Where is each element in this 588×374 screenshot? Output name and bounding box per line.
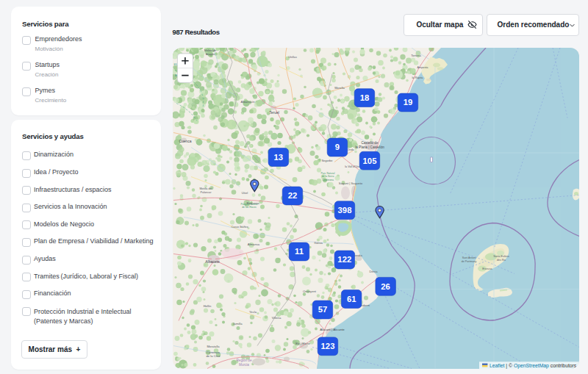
svg-text:Santa Eulària: Santa Eulària (493, 254, 509, 257)
svg-text:Utiel: Utiel (242, 190, 248, 194)
svg-text:de las Hoces: de las Hoces (242, 206, 257, 209)
svg-text:57: 57 (318, 305, 328, 314)
svg-text:Eivissa: Eivissa (482, 266, 492, 270)
svg-text:Morella: Morella (334, 85, 345, 89)
svg-text:9: 9 (335, 143, 340, 151)
svg-text:Sagunt | Sagunto: Sagunt | Sagunto (339, 181, 363, 184)
svg-text:Castelló de: Castelló de (362, 141, 379, 145)
svg-text:Albacete: Albacete (205, 259, 220, 263)
svg-text:Aragón: Aragón (206, 52, 215, 55)
svg-text:Cuenca: Cuenca (179, 138, 191, 143)
svg-text:Sant Antoni: Sant Antoni (462, 256, 476, 259)
svg-text:la Ràpita: la Ràpita (412, 76, 424, 79)
svg-text:Molina de: Molina de (204, 48, 216, 51)
svg-text:13: 13 (274, 152, 284, 161)
svg-text:Región de: Región de (237, 358, 252, 362)
svg-text:Casas Ibáñez: Casas Ibáñez (231, 225, 248, 228)
svg-text:22: 22 (288, 191, 298, 200)
svg-text:la Plana | Castellón: la Plana | Castellón (355, 145, 384, 149)
svg-text:de Portmany: de Portmany (462, 259, 477, 262)
svg-text:Moratalla: Moratalla (207, 344, 220, 348)
svg-text:Hellín: Hellín (204, 303, 212, 307)
svg-text:Teruel: Teruel (269, 109, 279, 114)
svg-text:Ontinyent: Ontinyent (303, 289, 317, 292)
svg-text:123: 123 (321, 342, 335, 350)
svg-text:19: 19 (404, 98, 413, 107)
svg-text:105: 105 (363, 156, 377, 165)
svg-text:122: 122 (337, 255, 351, 264)
svg-text:Yecla: Yecla (249, 309, 257, 313)
svg-text:Parque Natural: Parque Natural (241, 202, 258, 205)
svg-text:Palancar: Palancar (201, 190, 212, 193)
svg-text:Motilla del: Motilla del (199, 187, 212, 190)
svg-text:Amposta: Amposta (417, 65, 429, 68)
svg-text:Tortosa: Tortosa (411, 53, 421, 57)
svg-text:Villena: Villena (272, 315, 282, 319)
svg-text:Utrillas: Utrillas (288, 55, 297, 58)
svg-text:de la Cruz: de la Cruz (206, 354, 220, 358)
svg-text:Murcia: Murcia (239, 362, 249, 366)
svg-text:398: 398 (338, 206, 352, 215)
svg-text:Alacant | Alicante: Alacant | Alicante (320, 327, 345, 331)
svg-text:26: 26 (381, 281, 390, 290)
svg-text:Onda: Onda (347, 148, 354, 151)
svg-text:Jumilla: Jumilla (232, 321, 243, 325)
svg-text:Segorbe: Segorbe (321, 158, 333, 162)
svg-text:Leaflet | © OpenStreetMap cont: Leaflet | © OpenStreetMap contributors (490, 362, 577, 368)
svg-text:Almansa: Almansa (248, 242, 260, 245)
svg-text:des Riu: des Riu (497, 258, 506, 261)
svg-text:Elx | Elche: Elx | Elche (295, 341, 310, 345)
svg-text:Dénia: Dénia (370, 269, 379, 273)
svg-text:Parc Natural: Parc Natural (321, 171, 335, 174)
svg-text:18: 18 (360, 93, 370, 102)
svg-text:61: 61 (347, 294, 356, 303)
svg-text:Calderona: Calderona (322, 178, 334, 181)
svg-text:11: 11 (295, 247, 304, 256)
svg-text:Caravaca: Caravaca (207, 350, 220, 353)
svg-text:Xàtiva: Xàtiva (314, 240, 323, 244)
svg-text:la Vall d'Uixó: la Vall d'Uixó (345, 165, 361, 168)
svg-text:de la Serra: de la Serra (322, 175, 334, 178)
svg-text:Albarracín: Albarracín (240, 99, 255, 103)
